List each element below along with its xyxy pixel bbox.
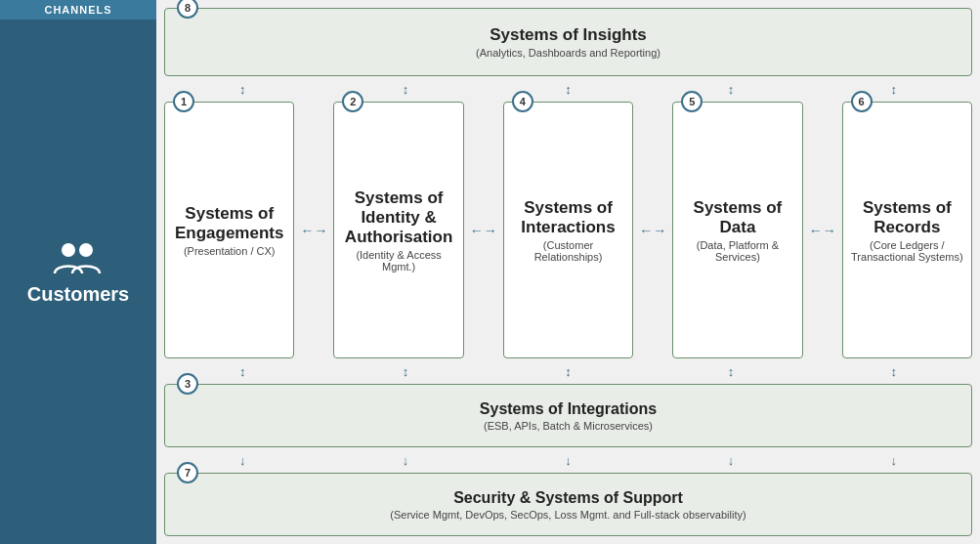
arrows-insights-to-cols: ↕ ↕ ↕ ↕ ↕ (164, 82, 972, 96)
arrow-sec-3: ↓ (490, 453, 647, 467)
integrations-title: Systems of Integrations (480, 400, 657, 418)
interactions-title: Systems of Interactions (512, 198, 624, 237)
insights-title: Systems of Insights (490, 25, 647, 45)
interactions-badge: 4 (512, 91, 533, 112)
arrow-data-to-records: ←→ (809, 102, 836, 358)
arrow-col4: ↕ (653, 82, 810, 96)
data-subtitle: (Data, Platform & Services) (681, 239, 793, 263)
security-subtitle: (Service Mgmt, DevOps, SecOps, Loss Mgmt… (390, 509, 746, 521)
security-title: Security & Systems of Support (453, 489, 683, 507)
col-interactions: 4 Systems of Interactions (Customer Rela… (503, 102, 633, 358)
customers-label: Customers (27, 283, 129, 306)
identity-badge: 2 (342, 91, 363, 112)
arrow-col3: ↕ (490, 82, 647, 96)
customers-icon (49, 238, 107, 277)
engagements-subtitle: (Presentation / CX) (184, 245, 276, 257)
integrations-subtitle: (ESB, APIs, Batch & Microservices) (484, 420, 653, 432)
arrow-col5: ↕ (815, 82, 972, 96)
records-title: Systems of Records (851, 198, 963, 237)
data-badge: 5 (681, 91, 703, 112)
records-subtitle: (Core Ledgers / Transactional Systems) (851, 239, 963, 263)
records-badge: 6 (851, 91, 873, 112)
arrows-int-to-security: ↓ ↓ ↓ ↓ ↓ (164, 453, 972, 467)
arrow-sec-2: ↓ (327, 453, 485, 467)
channels-label: CHANNELS (0, 0, 156, 20)
col-records: 6 Systems of Records (Core Ledgers / Tra… (842, 102, 972, 358)
arrow-id-to-int: ←→ (470, 102, 497, 358)
svg-point-1 (79, 243, 93, 257)
col-data: 5 Systems of Data (Data, Platform & Serv… (672, 102, 802, 358)
col-engagements: 1 Systems of Engagements (Presentation /… (164, 102, 294, 358)
security-section: 7 Security & Systems of Support (Service… (164, 473, 972, 536)
arrows-cols-to-integrations: ↕ ↕ ↕ ↕ ↕ (164, 364, 972, 378)
arrow-sec-4: ↓ (653, 453, 810, 467)
integrations-section: 3 Systems of Integrations (ESB, APIs, Ba… (164, 384, 972, 447)
col-identity: 2 Systems of Identity & Authorisation (I… (333, 102, 463, 358)
arrow-down-col3: ↕ (490, 364, 647, 378)
engagements-badge: 1 (173, 91, 194, 112)
identity-title: Systems of Identity & Authorisation (342, 188, 454, 247)
engagements-title: Systems of Engagements (173, 204, 285, 243)
insights-subtitle: (Analytics, Dashboards and Reporting) (476, 47, 660, 59)
identity-subtitle: (Identity & Access Mgmt.) (342, 249, 454, 272)
middle-row: 1 Systems of Engagements (Presentation /… (164, 102, 972, 358)
arrow-down-col5: ↕ (815, 364, 972, 378)
security-badge: 7 (177, 462, 198, 483)
arrow-down-col2: ↕ (327, 364, 485, 378)
integrations-badge: 3 (177, 373, 198, 395)
main-content: 8 Systems of Insights (Analytics, Dashbo… (156, 0, 980, 544)
insights-badge: 8 (177, 0, 198, 19)
arrow-eng-to-id: ←→ (300, 102, 327, 358)
arrow-down-col4: ↕ (653, 364, 810, 378)
arrow-int-to-data: ←→ (639, 102, 666, 358)
svg-point-0 (62, 243, 75, 257)
interactions-subtitle: (Customer Relationships) (512, 239, 624, 263)
insights-section: 8 Systems of Insights (Analytics, Dashbo… (164, 8, 972, 76)
left-sidebar: CHANNELS Customers (0, 0, 156, 544)
data-title: Systems of Data (681, 198, 793, 237)
arrow-sec-5: ↓ (815, 453, 972, 467)
